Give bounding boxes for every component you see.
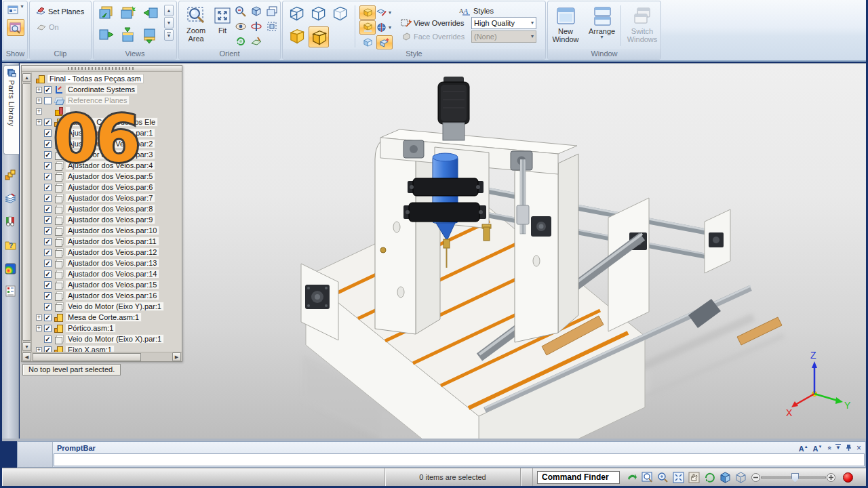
layers-tab[interactable] xyxy=(5,193,16,205)
tree-item-label[interactable]: Ajustador dos Veios.par:13 xyxy=(65,258,159,268)
scroll-thumb[interactable] xyxy=(33,353,141,361)
sketch-view-button[interactable] xyxy=(250,35,265,49)
visibility-checkbox[interactable]: ✓ xyxy=(44,205,52,213)
pan-icon[interactable] xyxy=(688,472,700,483)
views-button-5[interactable] xyxy=(119,26,140,47)
font-increase-button[interactable]: A▲ xyxy=(799,443,808,452)
view-overrides-combobox[interactable]: High Quality ▾ xyxy=(471,17,536,29)
tree-vertical-scrollbar[interactable]: ▲ ▼ xyxy=(22,73,32,352)
command-finder-input[interactable]: Command Finder xyxy=(537,471,620,484)
analysis-tab[interactable] xyxy=(5,263,16,274)
expand-icon[interactable]: + xyxy=(36,98,42,104)
tree-item-label[interactable]: Ajustador dos Veios.par:10 xyxy=(65,226,159,235)
visibility-checkbox[interactable]: ✓ xyxy=(44,325,52,332)
edit-style-button[interactable]: ▾ xyxy=(376,5,397,20)
3d-viewport[interactable]: Z X Y ▲ ▼ Final - Todas as Peças.asm + ✓ xyxy=(20,63,866,439)
zoom-in-icon[interactable] xyxy=(826,472,836,483)
expand-icon[interactable]: + xyxy=(36,314,42,321)
right-end-plate[interactable] xyxy=(608,198,649,331)
visibility-checkbox[interactable]: ✓ xyxy=(44,140,52,148)
new-window-button[interactable]: New Window xyxy=(548,4,583,49)
views-expand-button[interactable]: ▼ xyxy=(164,29,174,41)
visibility-checkbox[interactable]: ✓ xyxy=(44,162,52,169)
tree-item-label[interactable]: Final - Todas as Peças.asm xyxy=(47,74,144,83)
visibility-checkbox[interactable]: ✓ xyxy=(44,314,52,321)
visibility-checkbox[interactable]: ✓ xyxy=(44,346,52,352)
views-button-2[interactable] xyxy=(119,5,140,25)
close-icon[interactable]: × xyxy=(856,445,861,451)
rotate-button[interactable] xyxy=(250,20,265,35)
set-planes-button[interactable]: Set Planes xyxy=(35,6,91,16)
arrange-button[interactable]: Arrange ▾ xyxy=(586,4,618,49)
tree-item-label[interactable]: Pórtico.asm:1 xyxy=(65,323,116,333)
shaded-button[interactable] xyxy=(287,26,307,47)
scroll-right-button[interactable]: ▶ xyxy=(172,352,181,361)
tree-item-label[interactable]: Ajustador dos Veios.par:14 xyxy=(65,269,159,279)
zoom-slider[interactable] xyxy=(751,472,836,483)
visibility-checkbox[interactable]: ✓ xyxy=(44,238,52,245)
scroll-left-button[interactable]: ◀ xyxy=(22,352,31,361)
clip-on-button[interactable]: On xyxy=(35,22,91,32)
tree-item-label[interactable]: Coordinate Systems xyxy=(65,85,138,94)
fit-icon[interactable] xyxy=(673,472,684,483)
panel-drag-handle[interactable] xyxy=(22,66,182,72)
fit-button[interactable]: Fit xyxy=(212,3,233,49)
zoom-selected-button[interactable] xyxy=(266,20,281,35)
tree-item-label[interactable]: Veio do Motor (Eixo Y).par:1 xyxy=(65,302,164,311)
visibility-checkbox[interactable]: ✓ xyxy=(44,303,52,310)
rotate-icon[interactable] xyxy=(704,472,715,483)
visibility-checkbox[interactable]: ✓ xyxy=(44,151,52,159)
pan-view-button[interactable] xyxy=(250,5,265,20)
parts-library-tab[interactable]: Parts Library xyxy=(3,65,19,155)
show-panel-button[interactable]: ▾ xyxy=(7,5,23,17)
tree-item-label[interactable]: Veio do Motor (Eixo X).par:1 xyxy=(65,334,164,344)
expand-icon[interactable]: + xyxy=(36,347,42,352)
scroll-up-button[interactable]: ▲ xyxy=(22,73,31,82)
help-folder-tab[interactable]: ? xyxy=(5,239,16,251)
rail-end-bracket[interactable] xyxy=(705,209,730,273)
dock-down-icon[interactable]: ▼ xyxy=(835,444,841,451)
zoom-slider-track[interactable] xyxy=(761,476,826,479)
expand-icon[interactable]: + xyxy=(36,325,42,331)
zoom-out-icon[interactable] xyxy=(751,472,761,483)
visibility-checkbox[interactable]: ✓ xyxy=(44,184,52,191)
switch-windows-button[interactable]: Switch Windows xyxy=(624,4,660,49)
tree-item-label[interactable]: Ajustador dos Veios.par:11 xyxy=(65,237,159,246)
shaded-with-edges-button[interactable] xyxy=(309,26,329,47)
transparency-button[interactable] xyxy=(359,35,376,49)
scroll-down-button[interactable]: ▼ xyxy=(22,342,31,351)
visibility-checkbox[interactable]: ✓ xyxy=(44,86,52,94)
texture-toggle-button[interactable] xyxy=(359,5,376,20)
scroll-thumb[interactable] xyxy=(22,83,31,341)
look-at-face-button[interactable] xyxy=(235,20,250,35)
tree-item-label[interactable]: Eixo X.asm:1 xyxy=(65,345,115,352)
tree-item-label[interactable]: Mesa de Corte.asm:1 xyxy=(65,312,142,322)
tree-item-label[interactable]: Ajustador dos Veios.par:12 xyxy=(65,247,159,257)
expand-icon[interactable]: + xyxy=(36,108,42,115)
prompt-input[interactable] xyxy=(54,453,865,466)
zoom-area-button[interactable]: Zoom Area xyxy=(182,3,210,49)
tree-item-label[interactable]: Ajustador dos Veios.par:16 xyxy=(65,291,159,300)
views-button-3[interactable] xyxy=(141,5,161,25)
tree-horizontal-scrollbar[interactable]: ◀ ▶ xyxy=(22,352,182,361)
wireframe-with-hidden-button[interactable] xyxy=(287,4,307,25)
views-button-1[interactable] xyxy=(98,5,118,25)
zoom-area-icon[interactable] xyxy=(642,472,653,483)
expand-icon[interactable]: + xyxy=(36,119,42,125)
environment-button[interactable]: ▾ xyxy=(376,20,397,35)
tree-item-label[interactable]: Ajustador dos Veios.par:15 xyxy=(65,280,159,289)
visibility-checkbox[interactable]: ✓ xyxy=(44,292,52,300)
views-scroll-down-button[interactable]: ▼ xyxy=(164,17,174,28)
tree-item-label[interactable]: Ajustador dos Veios.par:8 xyxy=(65,204,155,214)
visibility-checkbox[interactable]: ✓ xyxy=(44,281,52,289)
sensors-tab[interactable] xyxy=(5,216,16,227)
spin-view-button[interactable] xyxy=(235,35,250,49)
face-overrides-combobox[interactable]: (None) ▾ xyxy=(471,30,536,43)
expand-icon[interactable]: + xyxy=(36,87,42,93)
styles-button[interactable]: A A Styles xyxy=(401,6,536,16)
font-decrease-button[interactable]: A▼ xyxy=(813,443,823,452)
visibility-checkbox[interactable]: ✓ xyxy=(44,195,52,202)
effects-button[interactable] xyxy=(376,35,393,49)
wireframe-view-icon[interactable] xyxy=(735,472,747,483)
collapse-up-icon[interactable]: « xyxy=(825,446,832,450)
